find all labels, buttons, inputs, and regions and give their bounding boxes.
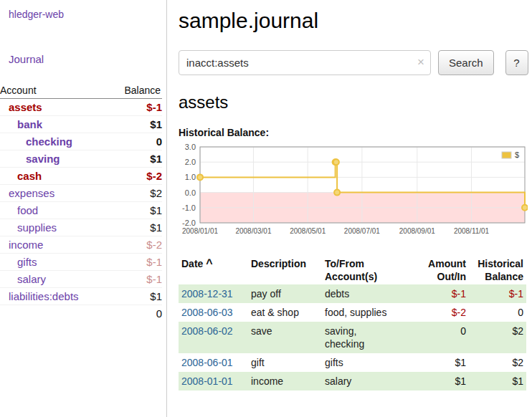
x-tick-label: 2008/05/01 [290, 227, 326, 235]
tx-amount: $-1 [415, 284, 469, 303]
sidebar-account-expenses[interactable]: expenses [9, 187, 54, 199]
data-point[interactable] [522, 205, 528, 211]
y-tick-label: 1.0 [185, 173, 196, 181]
sort-ascending-icon[interactable]: ^ [206, 257, 212, 269]
sidebar-account-assets[interactable]: assets [9, 101, 42, 113]
y-tick-label: -2.0 [182, 219, 196, 227]
transaction-date-link[interactable]: 2008-12-31 [181, 288, 233, 299]
tx-column-header: To/From Account(s) [322, 256, 415, 284]
tx-description: pay off [248, 284, 322, 303]
tx-amount: $1 [415, 353, 469, 372]
sidebar-account-food[interactable]: food [17, 204, 38, 216]
account-row: checking0 [0, 133, 162, 150]
search-input[interactable] [179, 50, 431, 75]
search-button[interactable]: Search [438, 50, 494, 75]
sidebar-account-saving[interactable]: saving [26, 153, 60, 165]
account-row: assets$-1 [0, 99, 162, 116]
sidebar: hledger-web Journal Account Balance asse… [0, 0, 167, 417]
account-row: expenses$2 [0, 185, 162, 202]
accounts-header-account: Account [0, 82, 110, 99]
sidebar-account-cash[interactable]: cash [17, 170, 42, 182]
data-point[interactable] [197, 174, 203, 180]
tx-balance: $2 [469, 322, 526, 353]
search-form: × Search ? [179, 50, 528, 75]
transaction-date-link[interactable]: 2008-06-03 [181, 307, 233, 318]
account-balance: $1 [110, 288, 162, 305]
help-button[interactable]: ? [505, 50, 528, 75]
tx-balance: 0 [469, 303, 526, 322]
sidebar-account-income[interactable]: income [9, 239, 43, 251]
x-tick-label: 2008/11/01 [454, 227, 490, 235]
transaction-row: 2008-06-02savesaving, checking0$2 [179, 322, 526, 353]
sidebar-account-checking[interactable]: checking [26, 135, 72, 148]
transaction-row: 2008-01-01incomesalary$1$1 [179, 372, 526, 390]
transaction-row: 2008-12-31pay offdebts$-1$-1 [179, 284, 526, 303]
tx-column-header[interactable]: Date^ [179, 256, 248, 284]
data-point[interactable] [333, 159, 339, 165]
accounts-total-row: 0 [0, 305, 162, 322]
sidebar-item-journal[interactable]: Journal [9, 53, 166, 65]
chart-title: Historical Balance: [179, 127, 528, 138]
transaction-row: 2008-06-01giftgifts$1$2 [179, 353, 526, 372]
historical-balance-chart[interactable]: 3.02.01.00.0-1.0-2.02008/01/012008/03/01… [179, 143, 528, 240]
search-box: × [179, 50, 431, 75]
legend-label: $ [515, 150, 519, 159]
account-row: food$1 [0, 202, 162, 219]
x-tick-label: 2008/01/01 [182, 227, 218, 235]
account-heading: assets [179, 92, 528, 112]
sidebar-account-gifts[interactable]: gifts [17, 256, 37, 268]
transaction-date-link[interactable]: 2008-06-02 [181, 325, 233, 337]
transactions-table: Date^DescriptionTo/From Account(s)Amount… [179, 256, 526, 390]
x-tick-label: 2008/09/01 [399, 227, 435, 235]
x-tick-label: 2008/03/01 [235, 227, 271, 235]
sidebar-account-bank[interactable]: bank [17, 118, 42, 130]
sidebar-account-liabilities-debts[interactable]: liabilities:debts [9, 290, 79, 302]
transaction-row: 2008-06-03eat & shopfood, supplies$-20 [179, 303, 526, 322]
tx-accounts: gifts [322, 353, 415, 372]
sidebar-account-supplies[interactable]: supplies [17, 221, 57, 234]
transaction-date-link[interactable]: 2008-01-01 [181, 375, 233, 387]
account-balance: $-1 [110, 254, 162, 271]
account-row: salary$-1 [0, 271, 162, 288]
chart-legend: $ [499, 149, 522, 161]
sidebar-account-salary[interactable]: salary [17, 273, 46, 285]
account-row: liabilities:debts$1 [0, 288, 162, 305]
tx-amount: 0 [415, 322, 469, 353]
account-balance: $2 [110, 185, 162, 202]
tx-balance: $1 [469, 372, 526, 390]
transactions-header-row: Date^DescriptionTo/From Account(s)Amount… [179, 256, 526, 284]
tx-balance: $2 [469, 353, 526, 372]
account-row: bank$1 [0, 116, 162, 133]
account-balance: $1 [110, 219, 162, 236]
brand-link[interactable]: hledger-web [9, 9, 166, 20]
accounts-table: Account Balance assets$-1bank$1checking0… [0, 82, 162, 322]
y-tick-label: 3.0 [185, 143, 196, 151]
account-balance: $-1 [110, 271, 162, 288]
account-balance: $-1 [110, 99, 162, 116]
tx-balance: $-1 [469, 284, 526, 303]
accounts-header-balance: Balance [110, 82, 162, 99]
tx-description: save [248, 322, 322, 353]
account-balance: $-2 [110, 168, 162, 185]
y-tick-label: 2.0 [185, 158, 196, 166]
account-balance: 0 [110, 133, 162, 150]
account-balance: $-2 [110, 236, 162, 254]
account-balance: $1 [110, 116, 162, 133]
clear-search-icon[interactable]: × [417, 55, 424, 70]
tx-description: gift [248, 353, 322, 372]
account-balance: $1 [110, 150, 162, 168]
main-content: sample.journal × Search ? assets Histori… [167, 0, 532, 417]
account-row: income$-2 [0, 236, 162, 254]
tx-description: income [248, 372, 322, 390]
tx-accounts: saving, checking [322, 322, 415, 353]
legend-swatch [502, 152, 511, 158]
data-point[interactable] [334, 190, 340, 196]
accounts-total-value: 0 [110, 305, 162, 322]
transaction-date-link[interactable]: 2008-06-01 [181, 357, 233, 368]
tx-amount: $1 [415, 372, 469, 390]
tx-accounts: food, supplies [322, 303, 415, 322]
y-tick-label: 0.0 [185, 188, 196, 197]
x-tick-label: 2008/07/01 [344, 227, 380, 235]
chart-svg: 3.02.01.00.0-1.0-2.02008/01/012008/03/01… [179, 143, 528, 237]
tx-accounts: salary [322, 372, 415, 390]
